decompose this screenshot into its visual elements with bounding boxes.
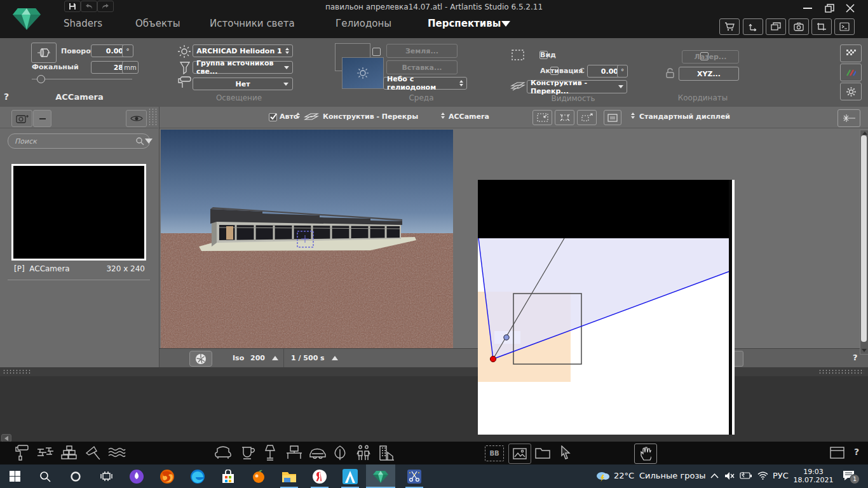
undo-button[interactable] [81,1,97,12]
bottom-toolbar-help[interactable]: ? [854,447,859,457]
shader-stones-icon[interactable] [61,445,78,459]
cortana-button[interactable] [61,464,90,488]
laser-tool-button[interactable] [837,109,860,127]
taskbar-yandex-icon[interactable] [305,464,334,488]
perspective-viewport[interactable] [161,130,453,348]
expand-view-button[interactable] [555,110,574,125]
shutter-stepper-icon[interactable] [332,356,338,360]
scroll-up-icon[interactable] [862,132,867,135]
objects-decoration-icon[interactable] [240,447,255,459]
display-spinner-icon[interactable] [631,112,635,119]
auto-checkbox[interactable] [269,113,277,121]
console-button[interactable] [834,18,855,35]
taskbar-edge-icon[interactable] [183,464,212,488]
shader-roller-icon[interactable] [15,445,29,461]
taskbar-snip-icon[interactable] [400,464,429,488]
wifi-icon[interactable] [757,471,768,480]
taskbar-alice-icon[interactable] [122,464,151,488]
focal-input[interactable]: 28 [91,61,126,74]
visibility-layer-caret-icon[interactable] [618,85,623,88]
camera-bar-help[interactable]: ? [853,353,858,362]
sky-preview[interactable] [342,57,384,89]
volume-muted-icon[interactable] [724,471,735,480]
weather-icon[interactable] [596,470,610,482]
light-group-select[interactable]: Группа источников све... [193,61,293,74]
aperture-button[interactable] [189,351,212,367]
search-box[interactable] [8,133,150,149]
camera-position-handle[interactable] [490,356,496,362]
camera-target-handle[interactable] [504,335,509,340]
scroll-down-icon[interactable] [862,349,867,352]
objects-people-icon[interactable] [356,445,371,461]
horizontal-splitter[interactable] [0,367,868,376]
splitter-grip-right[interactable] [818,369,864,374]
start-button[interactable] [0,464,29,488]
focal-slider-knob[interactable] [37,75,45,83]
save-button[interactable] [64,1,81,12]
taskbar-flstudio-icon[interactable] [244,464,273,488]
close-button[interactable] [846,4,855,15]
perspectives-dropdown-icon[interactable] [501,21,510,27]
notification-center-button[interactable]: 1 [843,470,855,482]
tab-lights[interactable]: Источники света [210,18,295,29]
actual-size-button[interactable] [577,110,597,125]
list-options-caret-icon[interactable] [145,139,153,144]
taskbar-search-button[interactable] [31,464,60,488]
panel-grip[interactable] [148,108,158,126]
splitter-grip-left[interactable] [3,369,31,374]
visibility-eye-button[interactable] [126,110,147,127]
objects-table-icon[interactable] [286,445,302,460]
display-mode-label[interactable]: Стандартный дисплей [639,112,730,121]
search-input[interactable] [13,137,135,146]
taskbar-archicad-icon[interactable] [336,464,365,488]
xyz-button[interactable]: XYZ... [679,67,739,81]
rotation-input[interactable]: 0.00 [91,44,126,57]
focal-slider-track[interactable] [32,79,132,79]
shutter-value[interactable]: 1 / 500 s [291,354,325,362]
move-tool-button[interactable] [743,18,763,35]
images-category-button[interactable] [508,444,531,464]
iso-value[interactable]: 200 [250,354,265,362]
camera-spinner-icon[interactable] [441,112,445,119]
shader-water-icon[interactable] [108,447,126,458]
remove-camera-button[interactable] [33,110,51,127]
fit-view-button[interactable] [532,110,552,125]
folder-icon[interactable] [535,447,550,459]
vertical-scrollbar[interactable] [860,130,868,355]
shader-bricks-icon[interactable] [37,446,55,459]
settings-gear-button[interactable] [840,83,862,100]
render-settings-button[interactable] [840,44,862,62]
scrollbar-thumb[interactable] [861,135,867,342]
crop-render-button[interactable] [811,18,832,35]
restore-button[interactable] [825,4,834,15]
environment-checkbox[interactable] [372,48,381,56]
sky-type-select[interactable]: Небо с гелиодоном [383,77,467,90]
tray-clock[interactable]: 19:03 18.07.2021 [793,468,834,484]
insert-button[interactable]: Вставка... [386,60,458,74]
redo-button[interactable] [97,1,114,12]
viewport-layer-name[interactable]: Конструктив - Перекры [323,112,418,121]
display-quality-button[interactable] [604,110,621,125]
tab-perspectives[interactable]: Перспективы [428,18,501,29]
camera-preview-thumbnail[interactable] [11,164,146,261]
heliodon-select[interactable]: ARCHICAD Heliodon 1 [193,44,293,57]
tab-heliodons[interactable]: Гелиодоны [336,18,391,29]
color-correction-button[interactable] [840,64,862,81]
neon-caret-icon[interactable] [283,83,288,86]
shader-trowel-icon[interactable] [85,445,100,460]
taskbar-store-icon[interactable] [214,464,243,488]
objects-furniture-icon[interactable] [215,445,231,460]
tray-chevron-icon[interactable] [710,473,719,478]
objects-buildings-icon[interactable] [379,445,395,461]
laser-button[interactable]: Лазер... [682,50,739,64]
billboard-objects-icon[interactable]: BB [485,445,504,461]
light-group-caret-icon[interactable] [284,66,289,69]
plan-2d-view[interactable] [478,180,731,435]
camera-type-button[interactable] [31,43,57,63]
taskbar-artlantis-icon[interactable] [366,464,395,488]
unlock-icon[interactable] [665,67,675,79]
taskbar-firefox-icon[interactable] [153,464,182,488]
objects-vegetation-icon[interactable] [333,445,347,461]
select-cursor-icon[interactable] [560,445,571,460]
task-view-button[interactable] [92,464,121,488]
